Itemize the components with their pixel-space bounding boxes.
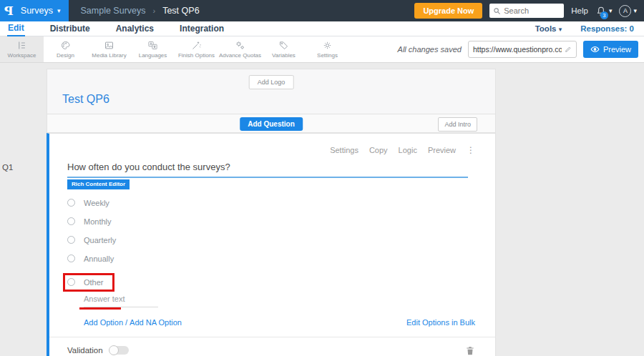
add-na-option-link[interactable]: Add NA Option <box>130 318 182 327</box>
option-links-row: Add Option/Add NA Option Edit Options in… <box>84 318 475 327</box>
radio-button-icon[interactable] <box>67 236 75 244</box>
survey-title[interactable]: Test QP6 <box>62 93 109 106</box>
survey-toolbar: Workspace Design Media Library Languages… <box>0 36 644 63</box>
chevron-down-icon: ▾ <box>633 8 637 14</box>
add-question-button-top[interactable]: Add Question <box>240 117 303 131</box>
toolbar-item-design[interactable]: Design <box>44 36 87 62</box>
preview-label: Preview <box>603 45 631 54</box>
magic-wand-icon <box>191 40 202 51</box>
toolbar-item-variables[interactable]: Variables <box>262 36 306 62</box>
palette-icon <box>60 40 71 51</box>
toolbar-item-workspace[interactable]: Workspace <box>0 36 44 62</box>
validation-row: Validation <box>49 337 495 356</box>
image-icon <box>104 40 114 51</box>
option-label-other[interactable]: Other <box>84 278 104 287</box>
tag-icon <box>278 40 289 51</box>
toggle-knob <box>109 345 119 355</box>
answer-options-list: Weekly Monthly Quarterly Annually <box>67 199 495 292</box>
help-link[interactable]: Help <box>571 6 588 15</box>
tab-edit[interactable]: Edit <box>7 21 25 36</box>
radio-button-icon[interactable] <box>67 278 75 286</box>
question-card: Settings Copy Logic Preview ⋮ How often … <box>47 133 496 356</box>
account-menu[interactable]: A ▾ <box>619 5 637 17</box>
delete-question-button[interactable] <box>465 345 475 356</box>
preview-button[interactable]: Preview <box>583 41 638 58</box>
toolbar-item-settings[interactable]: Settings <box>306 36 349 62</box>
toolbar-item-finish-options[interactable]: Finish Options <box>175 36 218 62</box>
brand-area: P Surveys ▾ <box>0 0 69 21</box>
radio-button-icon[interactable] <box>67 217 75 225</box>
survey-url-input[interactable] <box>473 45 562 54</box>
gear-icon <box>322 40 333 51</box>
validation-label: Validation <box>67 346 103 355</box>
question-preview-link[interactable]: Preview <box>428 146 456 154</box>
radio-button-icon[interactable] <box>67 199 75 207</box>
question-logic-link[interactable]: Logic <box>399 146 417 154</box>
translate-icon <box>147 40 158 51</box>
trash-icon <box>465 345 475 356</box>
workspace-icon <box>16 40 27 51</box>
add-intro-button[interactable]: Add Intro <box>438 117 477 132</box>
search-icon <box>493 7 501 15</box>
questionpro-logo-icon[interactable]: P <box>4 4 14 18</box>
option-row: Quarterly <box>67 236 495 244</box>
tab-integration[interactable]: Integration <box>179 22 225 36</box>
other-answer-field[interactable]: Answer text <box>84 295 158 307</box>
option-row: Annually <box>67 254 495 263</box>
survey-url-field[interactable] <box>468 41 577 58</box>
chevron-down-icon: ▾ <box>559 26 562 33</box>
tools-menu[interactable]: Tools ▾ <box>535 24 562 33</box>
header-right-tools: Upgrade Now Help 3 ▾ A ▾ <box>414 3 644 19</box>
toolbar-label: Settings <box>317 52 338 59</box>
search-input[interactable] <box>504 6 557 15</box>
question-actions: Settings Copy Logic Preview ⋮ <box>49 134 495 155</box>
toolbar-label: Media Library <box>92 52 126 59</box>
option-label[interactable]: Annually <box>84 254 114 263</box>
responses-count[interactable]: Responses: 0 <box>580 24 634 33</box>
question-number-label: Q1 <box>2 163 13 172</box>
toolbar-item-languages[interactable]: Languages <box>131 36 175 62</box>
validation-toggle[interactable] <box>109 346 129 355</box>
option-label[interactable]: Weekly <box>84 199 109 207</box>
add-logo-button[interactable]: Add Logo <box>249 75 294 89</box>
question-settings-link[interactable]: Settings <box>330 146 358 154</box>
kebab-menu-icon[interactable]: ⋮ <box>467 145 475 155</box>
option-label[interactable]: Monthly <box>84 217 112 226</box>
edit-options-in-bulk-link[interactable]: Edit Options in Bulk <box>406 318 475 327</box>
add-option-links: Add Option/Add NA Option <box>84 318 182 327</box>
chevron-down-icon: ▾ <box>609 8 613 14</box>
tab-analytics[interactable]: Analytics <box>115 22 155 36</box>
question-text[interactable]: How often do you conduct the surveys? <box>67 162 468 172</box>
breadcrumb-current: Test QP6 <box>162 6 199 16</box>
survey-panel: Add Logo Test QP6 Add Question Add Intro… <box>47 69 496 356</box>
toolbar-label: Design <box>57 52 74 59</box>
red-annotation-box: Other <box>63 273 114 292</box>
tab-distribute[interactable]: Distribute <box>49 22 91 36</box>
red-annotation-underline <box>79 307 121 310</box>
toolbar-item-media-library[interactable]: Media Library <box>87 36 131 62</box>
answer-text-placeholder[interactable]: Answer text <box>84 295 158 307</box>
option-row: Monthly <box>67 217 495 226</box>
avatar: A <box>619 5 631 17</box>
section-nav: Edit Distribute Analytics Integration To… <box>0 21 644 36</box>
question-text-field[interactable]: How often do you conduct the surveys? <box>67 162 468 178</box>
link-separator: / <box>125 318 127 327</box>
question-copy-link[interactable]: Copy <box>369 146 388 154</box>
tools-label: Tools <box>535 24 557 33</box>
toolbar-label: Workspace <box>8 52 36 59</box>
toolbar-item-advance-quotas[interactable]: Advance Quotas <box>218 36 262 62</box>
add-option-link[interactable]: Add Option <box>84 318 123 327</box>
option-label[interactable]: Quarterly <box>84 236 116 244</box>
surveys-product-menu[interactable]: Surveys ▾ <box>21 6 61 16</box>
radio-button-icon[interactable] <box>67 254 75 262</box>
option-row-other: Other <box>67 273 495 292</box>
breadcrumb-parent[interactable]: Sample Surveys <box>80 6 145 16</box>
notification-count-badge: 3 <box>600 11 608 19</box>
notifications-menu[interactable]: 3 ▾ <box>595 5 613 17</box>
rich-content-editor-badge[interactable]: Rich Content Editor <box>67 179 130 189</box>
header-search[interactable] <box>489 4 564 18</box>
survey-header-section: Add Logo Test QP6 <box>47 69 496 114</box>
upgrade-now-button[interactable]: Upgrade Now <box>414 3 482 19</box>
edit-pencil-icon[interactable] <box>565 45 572 54</box>
breadcrumb: Sample Surveys › Test QP6 <box>80 6 199 16</box>
